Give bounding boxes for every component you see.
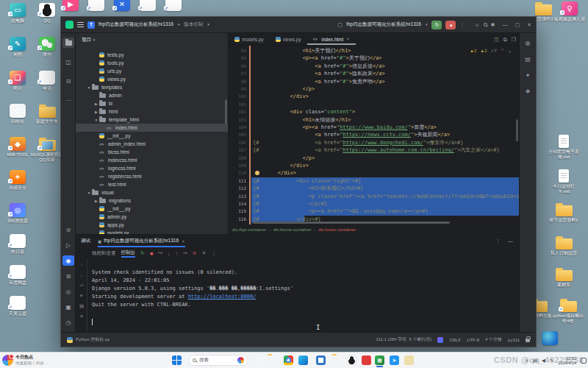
editor-view-icon[interactable]: ❐	[512, 37, 516, 43]
close-button[interactable]: ✕	[527, 22, 531, 28]
qq-icon[interactable]	[347, 355, 356, 365]
desktop-icon[interactable]: ☁↗天翼云盘	[1, 296, 34, 316]
mute-breakpoints-icon[interactable]: ⊘	[193, 250, 197, 256]
tree-item[interactable]: __init__.py	[76, 132, 228, 140]
tree-item[interactable]: apps.py	[76, 221, 228, 229]
edge-icon[interactable]	[298, 355, 308, 365]
tree-item[interactable]: admin.py	[76, 213, 228, 221]
desktop-icon[interactable]: 账号运营资料2	[548, 202, 580, 223]
tree-item[interactable]: ▼template_html	[76, 116, 228, 124]
debug-view-tab[interactable]: 线程和变量	[92, 250, 116, 257]
debug-session-tab[interactable]: ▣ thp日志数据可视化分析系统hx1316 ✕	[98, 235, 185, 247]
desktop-icon[interactable]: 新建文件夹	[31, 104, 63, 124]
inspections-widget[interactable]: ▲2 ▲2 ✓7 ⌃⌄	[470, 48, 512, 53]
desktop-icon[interactable]: ◎↗360浏览器	[1, 203, 34, 224]
close-icon[interactable]: ✕	[182, 239, 185, 244]
todo-icon[interactable]: ◷	[62, 317, 74, 328]
desktop-icon[interactable]: 素材库	[548, 267, 580, 288]
tree-item[interactable]: ▼visual	[76, 188, 228, 197]
notifications-icon[interactable]: ◍	[522, 38, 534, 48]
indent-setting[interactable]: 4 个空格	[485, 336, 502, 343]
desktop-icon[interactable]: ✦↗火绒安全	[1, 170, 34, 191]
tree-item[interactable]: tests.py	[76, 51, 228, 59]
soft-wrap-icon[interactable]: ⏎	[76, 283, 87, 289]
close-icon[interactable]: ✕	[346, 37, 350, 41]
tree-item[interactable]: ▶migrations	[76, 197, 228, 205]
step-into-icon[interactable]: ↓	[168, 251, 171, 256]
debug-rerun-button[interactable]: ↻	[431, 21, 442, 29]
breadcrumb[interactable]: div.App-container	[232, 227, 266, 232]
tree-item[interactable]: <>registercss.html	[76, 172, 228, 180]
stop-button[interactable]: ■	[445, 21, 456, 29]
desktop-icon[interactable]: ✧↗夸克	[31, 71, 63, 91]
desktop-icon[interactable]: ♀↗短视频直播人设	[553, 1, 586, 22]
desktop-icon[interactable]: ◆↗MIB-TOOL	[1, 137, 34, 158]
clear-icon[interactable]: ✕	[76, 314, 87, 319]
structure-icon[interactable]: ⊟	[62, 76, 74, 86]
debug-panel-title[interactable]: 调试	[81, 238, 90, 244]
desktop-icon[interactable]: ❏↗照片	[1, 71, 34, 91]
tree-item[interactable]: <>index.html	[76, 124, 228, 132]
search-icon[interactable]	[484, 23, 487, 26]
settings-gear-icon[interactable]: ✱	[491, 22, 495, 28]
code-area[interactable]: 94 <h1>关于我们</h1>95 <p><a href="#">关于我们</…	[229, 46, 519, 224]
tree-item[interactable]: __init__.py	[76, 205, 228, 213]
scroll-end-icon[interactable]: ≡	[76, 293, 87, 298]
step-over-icon[interactable]: ↪	[158, 250, 162, 256]
add-user-icon[interactable]: ☺	[474, 22, 479, 27]
close-icon[interactable]: ✕	[202, 250, 207, 256]
status-left[interactable]: Python 控制台.py	[76, 336, 110, 343]
run-icon[interactable]: ▷	[62, 240, 74, 250]
start-button[interactable]	[172, 355, 182, 365]
ai-icon[interactable]	[437, 337, 443, 343]
desktop-icon[interactable]: 今日运动打卡.md	[548, 169, 580, 194]
tree-item[interactable]: <>indexcss.html	[76, 156, 228, 164]
app-red-icon[interactable]	[362, 355, 371, 365]
tree-item[interactable]: ▼templates	[76, 83, 228, 91]
more-icon[interactable]: ⋮	[459, 22, 465, 28]
tree-item[interactable]: ▶html	[76, 107, 228, 116]
rerun-icon[interactable]: ↻	[140, 250, 145, 256]
lock-icon[interactable]	[526, 339, 530, 342]
minimize-button[interactable]: —	[503, 22, 508, 27]
desktop-icon[interactable]: ♻回收站	[1, 104, 34, 124]
breadcrumb[interactable]: div.footer-container	[318, 227, 356, 232]
run-to-cursor-icon[interactable]: ⇒	[183, 250, 187, 256]
services-icon[interactable]: ⊞	[62, 271, 74, 281]
editor-tab[interactable]: models.py	[229, 33, 270, 45]
debug-view-tab[interactable]: 控制台	[121, 250, 136, 258]
database-icon[interactable]: ▤	[522, 54, 534, 64]
search-input[interactable]: 搜索	[188, 355, 248, 366]
tree-item[interactable]: <>admin_index.html	[76, 140, 228, 148]
desktop-icon[interactable]: ✎↗画图	[1, 37, 34, 57]
tree-item[interactable]: ▶bi	[76, 99, 228, 107]
more-icon[interactable]: ⋮	[495, 238, 501, 244]
desktop-icon[interactable]: ▭↗此电脑	[1, 3, 34, 24]
ai-assistant-icon[interactable]: ✦	[522, 70, 534, 80]
tree-item[interactable]: views.py	[76, 75, 228, 83]
desktop-icon[interactable]: ↗微信	[31, 37, 63, 57]
desktop-icon[interactable]: 私人订制运营	[548, 236, 580, 256]
more-icon[interactable]: ⋮	[212, 250, 217, 256]
app-dim-icon[interactable]	[404, 355, 414, 365]
more-icon[interactable]: ⋯	[62, 95, 74, 105]
desktop-icon[interactable]: ↗MySQL课程视频QQ买家	[31, 137, 63, 163]
hide-icon[interactable]: —	[508, 238, 513, 244]
news-widget[interactable]: 今日热点 动漫新闻丨30岁…	[2, 354, 49, 366]
down-stack-icon[interactable]: ↓	[76, 272, 87, 277]
desktop-icon[interactable]: ∴↗向日葵	[1, 234, 34, 255]
tree-item[interactable]: <>test.html	[76, 180, 228, 188]
desktop-icon[interactable]: ≈↗百度网盘	[1, 265, 34, 286]
print-icon[interactable]: ▤	[76, 303, 87, 309]
editor-tab[interactable]: views.py	[270, 33, 307, 45]
terminal-icon[interactable]: ▣	[62, 302, 74, 312]
tree-item[interactable]: urls.py	[76, 67, 228, 75]
tree-item[interactable]: models.py	[76, 229, 228, 234]
tree-item[interactable]: <>bicss.html	[76, 148, 228, 156]
tree-item[interactable]: <>logincss.html	[76, 164, 228, 172]
plugins2-icon[interactable]: ❖	[522, 86, 534, 96]
vertical-scrollbar[interactable]	[516, 119, 518, 141]
browser-icon[interactable]	[316, 355, 326, 365]
desktop-icon[interactable]: 自动发货电子表格.md	[548, 135, 580, 160]
maximize-button[interactable]: ▢	[515, 22, 520, 28]
